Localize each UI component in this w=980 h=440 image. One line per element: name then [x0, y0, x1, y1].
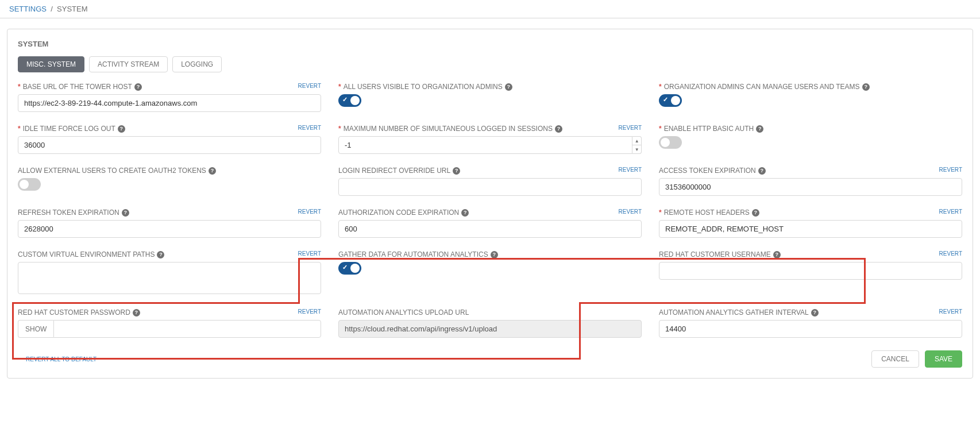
- field-base-url: *BASE URL OF THE TOWER HOST? REVERT: [18, 83, 321, 112]
- revert-idle-logout[interactable]: REVERT: [298, 125, 321, 131]
- help-icon[interactable]: ?: [134, 83, 142, 91]
- help-icon[interactable]: ?: [453, 167, 460, 175]
- revert-auth-code-exp[interactable]: REVERT: [619, 209, 642, 215]
- field-org-admins-manage: *ORGANIZATION ADMINS CAN MANAGE USERS AN…: [659, 83, 962, 112]
- input-analytics-url: [338, 320, 642, 338]
- cancel-button[interactable]: CANCEL: [871, 350, 919, 368]
- tabs: MISC. SYSTEM ACTIVITY STREAM LOGGING: [18, 56, 962, 72]
- label-base-url: BASE URL OF THE TOWER HOST: [23, 83, 132, 91]
- panel-footer: REVERT ALL TO DEFAULT CANCEL SAVE: [18, 350, 962, 368]
- revert-rh-password[interactable]: REVERT: [298, 308, 321, 315]
- input-gather-interval[interactable]: [659, 320, 962, 338]
- revert-remote-host-headers[interactable]: REVERT: [939, 209, 962, 215]
- breadcrumb: SETTINGS / SYSTEM: [0, 0, 980, 18]
- field-access-token-exp: ACCESS TOKEN EXPIRATION? REVERT: [659, 167, 962, 196]
- help-icon[interactable]: ?: [209, 167, 216, 175]
- help-icon[interactable]: ?: [133, 309, 140, 317]
- show-password-button[interactable]: SHOW: [18, 320, 53, 338]
- toggle-org-admins-manage[interactable]: [659, 94, 682, 107]
- input-auth-code-exp[interactable]: [338, 220, 642, 238]
- input-idle-logout[interactable]: [18, 136, 321, 154]
- label-analytics-url: AUTOMATION ANALYTICS UPLOAD URL: [338, 308, 469, 317]
- revert-max-sessions[interactable]: REVERT: [619, 125, 642, 131]
- required-star: *: [338, 125, 341, 133]
- input-rh-username[interactable]: [659, 262, 962, 280]
- tab-logging[interactable]: LOGGING: [172, 56, 222, 72]
- help-icon[interactable]: ?: [773, 251, 781, 258]
- label-gather-interval: AUTOMATION ANALYTICS GATHER INTERVAL: [659, 308, 809, 317]
- help-icon[interactable]: ?: [811, 309, 819, 317]
- label-max-sessions: MAXIMUM NUMBER OF SIMULTANEOUS LOGGED IN…: [344, 125, 553, 133]
- fields-grid: *BASE URL OF THE TOWER HOST? REVERT *ALL…: [18, 83, 962, 338]
- field-rh-username: RED HAT CUSTOMER USERNAME? REVERT: [659, 250, 962, 296]
- required-star: *: [18, 83, 21, 91]
- breadcrumb-settings[interactable]: SETTINGS: [9, 5, 47, 13]
- input-base-url[interactable]: [18, 94, 321, 112]
- help-icon[interactable]: ?: [122, 209, 129, 217]
- required-star: *: [338, 83, 341, 91]
- help-icon[interactable]: ?: [555, 125, 562, 133]
- input-remote-host-headers[interactable]: [659, 220, 962, 238]
- revert-refresh-token-exp[interactable]: REVERT: [298, 209, 321, 215]
- toggle-enable-basic-auth[interactable]: [659, 136, 682, 149]
- field-auth-code-exp: AUTHORIZATION CODE EXPIRATION? REVERT: [338, 209, 642, 238]
- spinner-buttons[interactable]: ▲▼: [632, 136, 642, 154]
- required-star: *: [18, 125, 21, 133]
- label-gather-analytics: GATHER DATA FOR AUTOMATION ANALYTICS: [338, 250, 488, 258]
- toggle-all-users-visible[interactable]: [338, 94, 361, 107]
- input-access-token-exp[interactable]: [659, 178, 962, 196]
- field-idle-logout: *IDLE TIME FORCE LOG OUT? REVERT: [18, 125, 321, 154]
- field-custom-venv: CUSTOM VIRTUAL ENVIRONMENT PATHS? REVERT: [18, 250, 321, 296]
- toggle-allow-external-oauth[interactable]: [18, 178, 41, 191]
- tab-misc-system[interactable]: MISC. SYSTEM: [18, 56, 84, 72]
- revert-login-redirect[interactable]: REVERT: [619, 167, 642, 173]
- help-icon[interactable]: ?: [756, 125, 763, 133]
- field-max-sessions: *MAXIMUM NUMBER OF SIMULTANEOUS LOGGED I…: [338, 125, 642, 154]
- field-gather-interval: AUTOMATION ANALYTICS GATHER INTERVAL? RE…: [659, 308, 962, 338]
- input-login-redirect[interactable]: [338, 178, 642, 196]
- label-rh-username: RED HAT CUSTOMER USERNAME: [659, 250, 771, 258]
- input-rh-password[interactable]: [53, 320, 321, 338]
- revert-all-button[interactable]: REVERT ALL TO DEFAULT: [26, 356, 97, 362]
- label-custom-venv: CUSTOM VIRTUAL ENVIRONMENT PATHS: [18, 250, 155, 258]
- label-allow-external-oauth: ALLOW EXTERNAL USERS TO CREATE OAUTH2 TO…: [18, 167, 206, 175]
- panel-title: SYSTEM: [18, 40, 962, 48]
- revert-rh-username[interactable]: REVERT: [939, 250, 962, 257]
- help-icon[interactable]: ?: [118, 125, 125, 133]
- label-enable-basic-auth: ENABLE HTTP BASIC AUTH: [664, 125, 754, 133]
- textarea-custom-venv[interactable]: [18, 262, 321, 294]
- input-refresh-token-exp[interactable]: [18, 220, 321, 238]
- toggle-gather-analytics[interactable]: [338, 262, 361, 275]
- field-allow-external-oauth: ALLOW EXTERNAL USERS TO CREATE OAUTH2 TO…: [18, 167, 321, 196]
- spin-up-icon[interactable]: ▲: [632, 137, 641, 145]
- help-icon[interactable]: ?: [752, 209, 759, 217]
- label-org-admins-manage: ORGANIZATION ADMINS CAN MANAGE USERS AND…: [664, 83, 860, 91]
- help-icon[interactable]: ?: [505, 83, 512, 91]
- system-panel: SYSTEM MISC. SYSTEM ACTIVITY STREAM LOGG…: [7, 29, 973, 379]
- field-remote-host-headers: *REMOTE HOST HEADERS? REVERT: [659, 209, 962, 238]
- tab-activity-stream[interactable]: ACTIVITY STREAM: [89, 56, 168, 72]
- field-login-redirect: LOGIN REDIRECT OVERRIDE URL? REVERT: [338, 167, 642, 196]
- label-all-users-visible: ALL USERS VISIBLE TO ORGANIZATION ADMINS: [344, 83, 503, 91]
- required-star: *: [659, 125, 662, 133]
- help-icon[interactable]: ?: [491, 251, 498, 258]
- field-all-users-visible: *ALL USERS VISIBLE TO ORGANIZATION ADMIN…: [338, 83, 642, 112]
- breadcrumb-sep: /: [49, 5, 57, 13]
- help-icon[interactable]: ?: [862, 83, 870, 91]
- required-star: *: [659, 83, 662, 91]
- revert-custom-venv[interactable]: REVERT: [298, 250, 321, 257]
- spin-down-icon[interactable]: ▼: [632, 145, 641, 153]
- input-max-sessions[interactable]: [338, 136, 632, 154]
- save-button[interactable]: SAVE: [925, 350, 962, 368]
- help-icon[interactable]: ?: [157, 251, 164, 258]
- label-refresh-token-exp: REFRESH TOKEN EXPIRATION: [18, 209, 119, 217]
- help-icon[interactable]: ?: [461, 209, 469, 217]
- field-gather-analytics: GATHER DATA FOR AUTOMATION ANALYTICS?: [338, 250, 642, 296]
- revert-base-url[interactable]: REVERT: [298, 83, 321, 89]
- label-login-redirect: LOGIN REDIRECT OVERRIDE URL: [338, 167, 450, 175]
- help-icon[interactable]: ?: [758, 167, 766, 175]
- revert-access-token-exp[interactable]: REVERT: [939, 167, 962, 173]
- field-enable-basic-auth: *ENABLE HTTP BASIC AUTH?: [659, 125, 962, 154]
- label-auth-code-exp: AUTHORIZATION CODE EXPIRATION: [338, 209, 459, 217]
- revert-gather-interval[interactable]: REVERT: [939, 308, 962, 315]
